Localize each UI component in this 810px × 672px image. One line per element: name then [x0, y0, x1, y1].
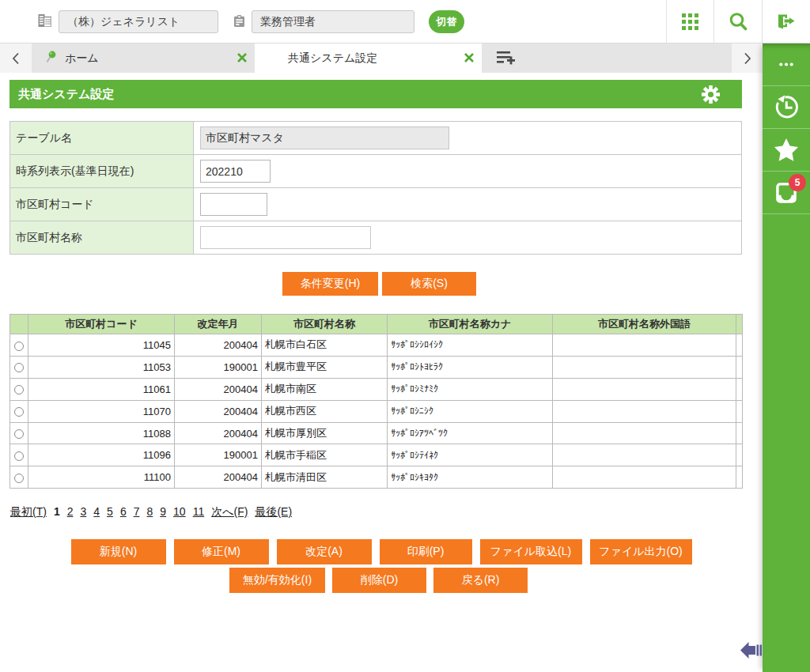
cell-city-code: 11088	[28, 422, 175, 444]
cell-city-foreign	[553, 400, 736, 422]
search-button[interactable]	[714, 0, 762, 43]
logout-button[interactable]	[763, 0, 810, 43]
sidebar-inbox-button[interactable]: 5	[763, 172, 810, 214]
action-button[interactable]: ファイル出力(O)	[590, 539, 692, 564]
form-row: 市区町村コード	[10, 188, 742, 221]
cell-city-foreign	[553, 444, 736, 466]
pagination-link[interactable]: 5	[107, 505, 113, 518]
action-button[interactable]: 新規(N)	[71, 539, 166, 564]
tab-home-close-icon[interactable]	[237, 52, 248, 63]
row-radio-button[interactable]	[14, 407, 24, 417]
action-button[interactable]: 修正(M)	[174, 539, 269, 564]
page-title: 共通システム設定	[18, 87, 114, 102]
chevron-left-icon	[12, 52, 20, 65]
tab-scroll-right-button[interactable]	[732, 43, 763, 73]
pagination-link[interactable]: 8	[146, 505, 153, 518]
pagination-link[interactable]: 7	[134, 505, 140, 518]
search-action-button[interactable]: 検索(S)	[382, 272, 476, 296]
row-radio-button[interactable]	[14, 385, 24, 395]
sidebar-more-button[interactable]	[763, 43, 810, 86]
company-input[interactable]	[59, 10, 218, 33]
add-tab-button[interactable]	[494, 48, 520, 69]
cell-revision-month: 200404	[175, 378, 262, 400]
switch-button[interactable]: 切替	[429, 10, 464, 33]
cell-city-name: 札幌市清田区	[262, 466, 388, 489]
apps-grid-icon	[682, 13, 698, 30]
search-action-button[interactable]: 条件変更(H)	[282, 272, 378, 296]
pagination-link[interactable]: 6	[120, 505, 127, 518]
cell-city-name: 札幌市手稲区	[262, 444, 388, 466]
pagination-link[interactable]: 9	[160, 505, 166, 518]
cell-extra	[736, 378, 743, 400]
cell-revision-month: 190001	[175, 356, 262, 378]
inbox-badge: 5	[789, 174, 806, 191]
table-row: 11088 200404 札幌市厚別区 ｻｯﾎﾟﾛｼｱﾂﾍﾞﾂｸ	[10, 422, 743, 444]
sidebar-favorites-button[interactable]	[763, 129, 810, 172]
city-name-input[interactable]	[200, 226, 371, 249]
pagination-link[interactable]: 4	[93, 505, 100, 518]
cell-extra	[736, 356, 743, 378]
pagination-link[interactable]: 最初(T)	[10, 505, 47, 519]
tab-active-close-icon[interactable]	[464, 52, 475, 63]
action-buttons-row-2: 無効/有効化(I)削除(D)戻る(R)	[0, 568, 757, 593]
cell-city-code: 11053	[28, 356, 175, 378]
action-button[interactable]: 削除(D)	[332, 568, 426, 593]
column-header: 改定年月	[175, 315, 262, 334]
form-value-cell	[194, 122, 742, 155]
user-role-input[interactable]	[252, 10, 414, 33]
pagination-link[interactable]: 3	[80, 505, 86, 518]
cell-extra	[736, 444, 743, 466]
row-radio-button[interactable]	[14, 474, 24, 483]
main-content: 共通システム設定 テーブル名 時系列表示(基準日現在)	[0, 73, 763, 672]
pagination-link[interactable]: 次へ(F)	[211, 505, 248, 519]
table-name-input	[200, 126, 449, 149]
cell-city-kana: ｻｯﾎﾟﾛｼｼﾛｲｼｸ	[388, 334, 553, 357]
cell-city-code: 11070	[28, 400, 175, 422]
action-button[interactable]: 印刷(P)	[380, 539, 472, 564]
cell-city-code: 11100	[28, 466, 175, 489]
action-button[interactable]: ファイル取込(L)	[480, 539, 582, 564]
row-radio-button[interactable]	[14, 342, 24, 351]
cell-city-kana: ｻｯﾎﾟﾛｼｷﾖﾀｸ	[388, 466, 553, 489]
tab-scroll-left-button[interactable]	[0, 43, 32, 73]
pagination-link[interactable]: 最後(E)	[255, 505, 292, 519]
apps-grid-button[interactable]	[667, 0, 713, 43]
sidebar-history-button[interactable]	[763, 86, 810, 129]
form-label: 市区町村名称	[10, 221, 194, 255]
pagination-link[interactable]: 1	[54, 505, 60, 518]
pagination-link[interactable]: 2	[67, 505, 74, 518]
table-row: 11070 200404 札幌市西区 ｻｯﾎﾟﾛｼﾆｼｸ	[10, 400, 743, 422]
action-button[interactable]: 戻る(R)	[433, 568, 528, 593]
cell-city-code: 11045	[28, 334, 175, 357]
cell-extra	[736, 422, 743, 444]
action-button[interactable]: 改定(A)	[277, 539, 372, 564]
table-row: 11053 190001 札幌市豊平区 ｻｯﾎﾟﾛｼﾄﾖﾋﾗｸ	[10, 356, 743, 378]
row-radio-button[interactable]	[14, 451, 24, 461]
app-header: 切替	[0, 0, 810, 43]
row-radio-button[interactable]	[14, 363, 24, 372]
action-button[interactable]: 無効/有効化(I)	[229, 568, 325, 593]
cell-extra	[736, 334, 743, 357]
role-icon	[234, 15, 244, 30]
table-row: 11096 190001 札幌市手稲区 ｻｯﾎﾟﾛｼﾃｲﾈｸ	[10, 444, 743, 466]
form-row: テーブル名	[10, 122, 742, 155]
pagination-link[interactable]: 11	[193, 505, 205, 518]
expand-panel-handle[interactable]	[740, 641, 762, 663]
cell-revision-month: 200404	[175, 334, 262, 357]
row-radio-button[interactable]	[14, 429, 24, 439]
tab-common-system-settings[interactable]: 共通システム設定	[255, 43, 482, 73]
cell-city-kana: ｻｯﾎﾟﾛｼﾐﾅﾐｸ	[388, 378, 553, 400]
tab-home[interactable]: ホーム	[32, 43, 255, 73]
cell-city-foreign	[553, 334, 736, 357]
pagination-link[interactable]: 10	[173, 505, 186, 518]
cell-city-code: 11096	[28, 444, 175, 466]
search-actions: 条件変更(H)検索(S)	[0, 272, 759, 296]
result-table: 市区町村コード 改定年月 市区町村名称 市区町村名称カナ 市区町村名称外国語 1…	[9, 314, 743, 489]
base-date-input[interactable]	[200, 160, 271, 183]
column-header: 市区町村名称カナ	[388, 315, 553, 334]
add-list-icon	[497, 51, 517, 66]
settings-button[interactable]	[702, 85, 720, 104]
more-dots-icon	[779, 62, 793, 66]
city-code-input[interactable]	[200, 193, 267, 216]
table-row: 11100 200404 札幌市清田区 ｻｯﾎﾟﾛｼｷﾖﾀｸ	[10, 466, 743, 489]
